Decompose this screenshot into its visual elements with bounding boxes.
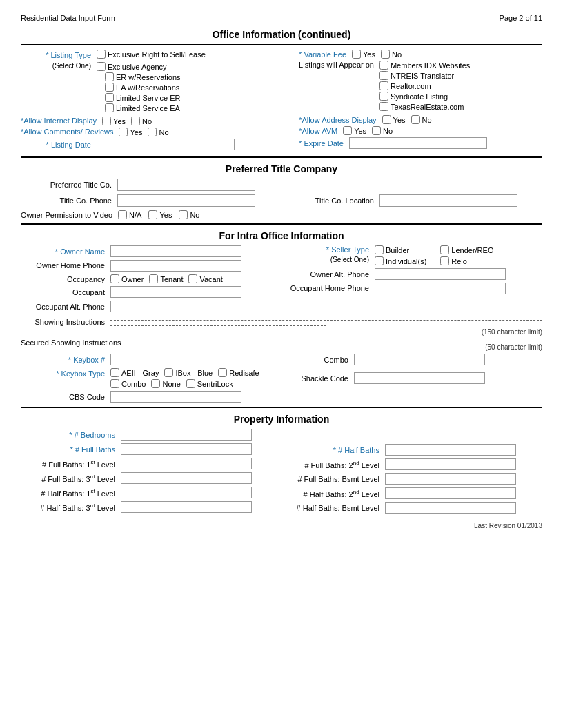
occupant-alt-input[interactable] <box>110 301 241 312</box>
listing-option-6: Limited Service EA <box>97 103 181 112</box>
title-location-input[interactable] <box>379 194 517 207</box>
seller-lender[interactable] <box>440 245 449 254</box>
listing-option-4: EA w/Reservations <box>97 83 181 92</box>
listing-checkbox-5[interactable] <box>105 93 114 102</box>
bedrooms-label: * # Bedrooms <box>21 431 121 439</box>
owner-home-phone-input[interactable] <box>110 260 241 272</box>
half-baths-2nd-input[interactable] <box>385 487 516 499</box>
occupancy-label: Occupancy <box>21 275 110 283</box>
preferred-title-divider-top <box>21 156 542 158</box>
perm-na[interactable] <box>118 210 127 219</box>
keybox-redisafe[interactable] <box>218 368 227 377</box>
listing-checkbox-2[interactable] <box>97 62 106 71</box>
allow-avm-label: *Allow AVM <box>299 127 337 135</box>
appear-syndicate[interactable] <box>379 92 388 101</box>
perm-yes[interactable] <box>148 210 157 219</box>
occupant-alt-label: Occupant Alt. Phone <box>21 303 110 311</box>
half-baths-1st-input[interactable] <box>121 487 252 498</box>
listing-date-input[interactable] <box>97 139 235 150</box>
internet-no-checkbox[interactable] <box>131 117 140 125</box>
seller-builder[interactable] <box>375 245 384 254</box>
secured-showing-label: Secured Showing Instructions <box>21 338 127 347</box>
listing-checkbox-3[interactable] <box>105 72 114 81</box>
appear-ntreis[interactable] <box>379 71 388 80</box>
office-info-title: Office Information (continued) <box>21 29 542 40</box>
title-phone-label: Title Co. Phone <box>21 196 117 205</box>
keybox-ibox[interactable] <box>164 368 173 377</box>
full-baths-3rd-input[interactable] <box>121 472 252 484</box>
page-number: Page 2 of 11 <box>500 14 542 22</box>
occupant-input[interactable] <box>110 286 241 298</box>
avm-yes[interactable] <box>343 126 352 135</box>
expire-date-input[interactable] <box>349 137 487 149</box>
owner-home-phone-label: Owner Home Phone <box>21 261 110 270</box>
char-limit-150: (150 character limit) <box>110 328 542 336</box>
full-baths-3rd-label: # Full Baths: 3rd Level <box>21 474 121 483</box>
shackle-code-input[interactable] <box>354 372 485 384</box>
occ-vacant[interactable] <box>188 274 197 283</box>
full-baths-2nd-input[interactable] <box>385 458 516 470</box>
keybox-type-label: * Keybox Type <box>21 368 110 378</box>
address-no[interactable] <box>411 115 420 124</box>
occ-tenant[interactable] <box>149 274 158 283</box>
listing-option-1: Exclusive Right to Sell/Lease <box>97 50 206 59</box>
occupant-home-phone-label: Occupant Home Phone <box>285 284 375 293</box>
occ-owner[interactable] <box>110 274 119 283</box>
title-phone-input[interactable] <box>117 194 255 207</box>
title-location-label: Title Co. Location <box>269 196 379 205</box>
combo-input[interactable] <box>354 354 485 365</box>
office-info-section: Office Information (continued) * Listing… <box>21 29 542 152</box>
listing-date-label: * Listing Date <box>21 141 97 149</box>
listing-checkbox-4[interactable] <box>105 83 114 92</box>
owner-alt-phone-input[interactable] <box>375 268 506 280</box>
keybox-input[interactable] <box>110 354 241 365</box>
half-baths-bsmt-input[interactable] <box>385 502 516 514</box>
pref-co-input[interactable] <box>117 179 255 191</box>
half-baths-2nd-label: # Half Baths: 2nd Level <box>285 489 385 498</box>
internet-yes-checkbox[interactable] <box>102 117 111 125</box>
preferred-title-title: Preferred Title Company <box>21 163 542 174</box>
keybox-sentrilock[interactable] <box>186 379 195 388</box>
expire-date-label: * Expire Date <box>299 139 344 148</box>
listing-checkbox-1[interactable] <box>97 50 106 59</box>
keybox-none[interactable] <box>151 379 160 388</box>
cbs-code-input[interactable] <box>110 391 241 403</box>
half-baths-input[interactable] <box>385 444 516 456</box>
owner-name-input[interactable] <box>110 245 241 257</box>
seller-type-label: * Seller Type (Select One) <box>285 245 375 263</box>
listing-option-2: Exclusive Agency <box>97 62 181 71</box>
bedrooms-input[interactable] <box>121 429 252 441</box>
footer: Last Revision 01/2013 <box>21 522 542 529</box>
intra-office-title: For Intra Office Information <box>21 230 542 241</box>
full-baths-bsmt-input[interactable] <box>385 473 516 485</box>
owner-name-label: * Owner Name <box>21 247 110 256</box>
address-yes[interactable] <box>382 115 391 124</box>
listing-checkbox-6[interactable] <box>105 103 114 112</box>
listing-option-5: Limited Service ER <box>97 93 181 102</box>
property-info-section: Property Information * # Bedrooms * # Fu… <box>21 414 542 516</box>
full-baths-1st-input[interactable] <box>121 458 252 469</box>
allow-internet-label: *Allow Internet Display <box>21 117 102 125</box>
half-baths-3rd-input[interactable] <box>121 501 252 513</box>
seller-relo[interactable] <box>440 256 449 265</box>
listings-appear-label: Listings will Appear on <box>299 61 374 69</box>
office-right-col: * Variable Fee Yes No Listings will Appe… <box>292 50 542 152</box>
pref-co-label: Preferred Title Co. <box>21 181 117 189</box>
appear-texas-re[interactable] <box>379 102 388 111</box>
keybox-aeii[interactable] <box>110 368 119 377</box>
appear-realtor[interactable] <box>379 81 388 90</box>
comments-no-checkbox[interactable] <box>148 128 157 136</box>
full-baths-input[interactable] <box>121 443 252 455</box>
var-fee-no[interactable] <box>381 50 390 59</box>
owner-alt-phone-label: Owner Alt. Phone <box>285 270 375 279</box>
var-fee-yes[interactable] <box>352 50 361 59</box>
occupant-home-phone-input[interactable] <box>375 283 506 294</box>
half-baths-1st-label: # Half Baths: 1st Level <box>21 488 121 498</box>
half-baths-bsmt-label: # Half Baths: Bsmt Level <box>285 504 385 512</box>
comments-yes-checkbox[interactable] <box>119 128 128 136</box>
keybox-combo[interactable] <box>110 379 119 388</box>
appear-members-idx[interactable] <box>379 61 388 70</box>
perm-no[interactable] <box>179 210 188 219</box>
seller-individual[interactable] <box>375 256 384 265</box>
avm-no[interactable] <box>372 126 381 135</box>
